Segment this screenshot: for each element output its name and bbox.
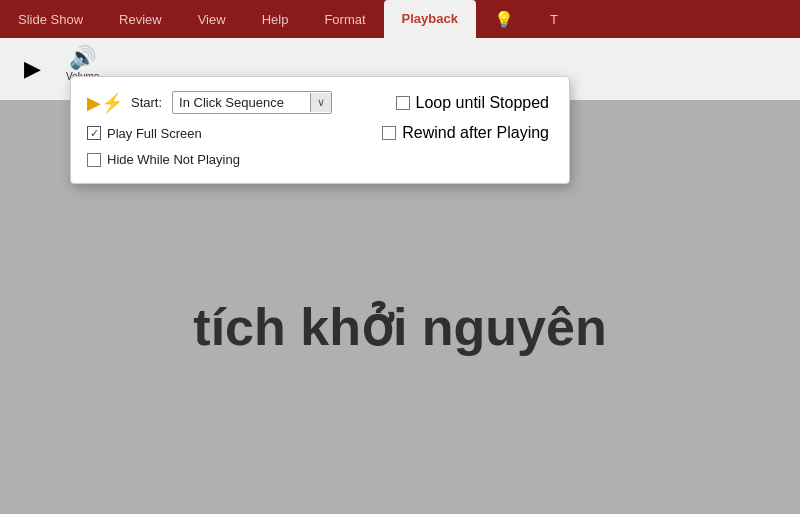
tab-tips[interactable]: 💡 — [476, 2, 532, 38]
play-icon: ▶ — [24, 58, 41, 80]
tab-playback[interactable]: Playback — [384, 0, 476, 38]
start-dropdown[interactable]: In Click Sequence ∨ — [172, 91, 332, 114]
tab-format[interactable]: Format — [306, 2, 383, 38]
tab-view[interactable]: View — [180, 2, 244, 38]
volume-icon: 🔊 — [69, 47, 96, 69]
start-icon: ▶⚡ — [87, 92, 123, 114]
ribbon-tabs: Slide Show Review View Help Format Playb… — [0, 0, 800, 38]
ribbon: Slide Show Review View Help Format Playb… — [0, 0, 800, 100]
rewind-checkbox[interactable] — [382, 126, 396, 140]
hide-while-not-playing-label: Hide While Not Playing — [107, 152, 240, 167]
ribbon-content: ▶ 🔊 Volume ▼ ▶⚡ Start: In Click Sequence… — [0, 38, 800, 100]
slide-text: tích khởi nguyên — [193, 297, 606, 357]
tab-t[interactable]: T — [532, 2, 576, 38]
loop-label: Loop until Stopped — [416, 94, 549, 112]
tab-help[interactable]: Help — [244, 2, 307, 38]
play-button[interactable]: ▶ — [10, 54, 54, 84]
tab-review[interactable]: Review — [101, 2, 180, 38]
start-value: In Click Sequence — [179, 95, 300, 110]
hide-while-not-playing-row: Hide While Not Playing — [87, 152, 549, 167]
tab-slide-show[interactable]: Slide Show — [0, 2, 101, 38]
loop-checkbox[interactable] — [396, 96, 410, 110]
play-full-screen-row: ✓ Play Full Screen — [87, 126, 202, 141]
start-label: Start: — [131, 95, 162, 110]
play-full-screen-label: Play Full Screen — [107, 126, 202, 141]
video-options-panel: ▶⚡ Start: In Click Sequence ∨ Loop until… — [70, 76, 570, 184]
dropdown-arrow-icon: ∨ — [310, 93, 331, 112]
rewind-label: Rewind after Playing — [402, 124, 549, 142]
hide-while-not-playing-checkbox[interactable] — [87, 153, 101, 167]
play-full-screen-checkbox[interactable]: ✓ — [87, 126, 101, 140]
